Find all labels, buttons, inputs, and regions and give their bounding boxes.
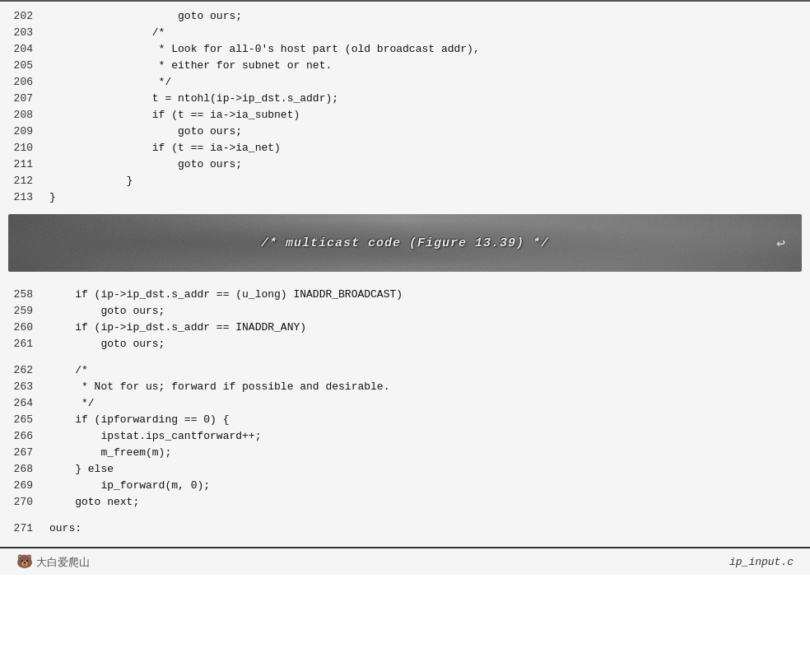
code-line: 262 /* — [0, 364, 810, 380]
line-content: goto ours; — [49, 10, 242, 22]
line-number: 270 — [8, 496, 49, 508]
line-content: * Not for us; forward if possible and de… — [49, 380, 389, 393]
code-line: 259 goto ours; — [0, 305, 810, 321]
line-content: goto next; — [49, 496, 139, 508]
line-content: goto ours; — [49, 305, 165, 317]
line-content: } — [49, 191, 56, 203]
code-line: 208 if (t == ia->ia_subnet) — [0, 109, 810, 125]
line-content: goto ours; — [49, 125, 242, 138]
line-content: t = ntohl(ip->ip_dst.s_addr); — [49, 92, 338, 105]
line-number: 210 — [8, 142, 49, 154]
line-number: 265 — [8, 413, 49, 426]
line-content: m_freem(m); — [49, 446, 171, 459]
line-number: 262 — [8, 364, 49, 376]
line-content: * either for subnet or net. — [49, 59, 332, 72]
line-number: 261 — [8, 338, 49, 350]
multicast-text: /* multicast code (Figure 13.39) */ — [261, 236, 549, 250]
code-line: 203 /* — [0, 26, 810, 43]
line-number: 268 — [8, 463, 49, 475]
code-line: 211 goto ours; — [0, 158, 810, 175]
line-number: 205 — [8, 59, 49, 72]
line-content: goto ours; — [49, 158, 242, 170]
code-line: 261 goto ours; — [0, 338, 810, 354]
filename: ip_input.c — [729, 556, 794, 568]
code-line: 206 */ — [0, 76, 810, 92]
line-content: if (ip->ip_dst.s_addr == INADDR_ANY) — [49, 321, 306, 334]
line-content: if (t == ia->ia_subnet) — [49, 109, 300, 121]
code-line: 202 goto ours; — [0, 10, 810, 26]
line-content: * Look for all-0's host part (old broadc… — [49, 43, 480, 55]
code-line: 258 if (ip->ip_dst.s_addr == (u_long) IN… — [0, 288, 810, 305]
code-line: 270 goto next; — [0, 496, 810, 512]
code-block-1: 202 goto ours;203 /*204 * Look for all-0… — [0, 10, 810, 208]
line-number: 207 — [8, 92, 49, 105]
line-number: 266 — [8, 430, 49, 442]
line-number: 212 — [8, 175, 49, 187]
line-number: 271 — [8, 522, 49, 534]
line-number: 259 — [8, 305, 49, 317]
line-content: ip_forward(m, 0); — [49, 479, 210, 492]
code-line: 266 ipstat.ips_cantforward++; — [0, 430, 810, 446]
line-number: 202 — [8, 10, 49, 22]
code-line: 204 * Look for all-0's host part (old br… — [0, 43, 810, 59]
line-number: 269 — [8, 479, 49, 492]
line-number: 203 — [8, 26, 49, 39]
code-line: 207 t = ntohl(ip->ip_dst.s_addr); — [0, 92, 810, 109]
line-number: 264 — [8, 397, 49, 409]
line-content: if (t == ia->ia_net) — [49, 142, 281, 154]
line-content: } else — [49, 463, 114, 475]
line-number: 267 — [8, 446, 49, 459]
line-content: goto ours; — [49, 338, 165, 350]
multicast-banner: /* multicast code (Figure 13.39) */ ↩ — [8, 214, 802, 272]
banner-icon: ↩ — [776, 234, 785, 252]
code-line: 263 * Not for us; forward if possible an… — [0, 380, 810, 397]
line-content: /* — [49, 26, 165, 39]
line-content: */ — [49, 397, 95, 409]
code-line: 268 } else — [0, 463, 810, 479]
line-content: */ — [49, 76, 171, 88]
code-block-2: 258 if (ip->ip_dst.s_addr == (u_long) IN… — [0, 288, 810, 539]
code-line: 209 goto ours; — [0, 125, 810, 142]
code-line: 267 m_freem(m); — [0, 446, 810, 463]
code-line: 265 if (ipforwarding == 0) { — [0, 413, 810, 430]
line-number: 211 — [8, 158, 49, 170]
code-line: 271ours: — [0, 522, 810, 539]
line-content: /* — [49, 364, 88, 376]
code-line: 212 } — [0, 175, 810, 191]
line-number: 213 — [8, 191, 49, 203]
code-line: 205 * either for subnet or net. — [0, 59, 810, 76]
line-content: if (ip->ip_dst.s_addr == (u_long) INADDR… — [49, 288, 403, 301]
line-number: 260 — [8, 321, 49, 334]
code-line: 264 */ — [0, 397, 810, 413]
line-content: ipstat.ips_cantforward++; — [49, 430, 261, 442]
line-number: 208 — [8, 109, 49, 121]
line-number: 263 — [8, 380, 49, 393]
watermark: 🐻 大白爱爬山 — [16, 553, 90, 570]
page-container: 202 goto ours;203 /*204 * Look for all-0… — [0, 0, 810, 672]
code-line: 269 ip_forward(m, 0); — [0, 479, 810, 496]
line-content: if (ipforwarding == 0) { — [49, 413, 229, 426]
line-content: } — [49, 175, 133, 187]
line-content: ours: — [49, 522, 81, 534]
line-number: 209 — [8, 125, 49, 138]
line-number: 204 — [8, 43, 49, 55]
line-number: 258 — [8, 288, 49, 301]
code-line: 260 if (ip->ip_dst.s_addr == INADDR_ANY) — [0, 321, 810, 338]
bottom-bar: 🐻 大白爱爬山 ip_input.c — [0, 547, 810, 575]
line-number: 206 — [8, 76, 49, 88]
code-line: 213} — [0, 191, 810, 208]
code-line: 210 if (t == ia->ia_net) — [0, 142, 810, 158]
code-area: 202 goto ours;203 /*204 * Look for all-0… — [0, 2, 810, 547]
